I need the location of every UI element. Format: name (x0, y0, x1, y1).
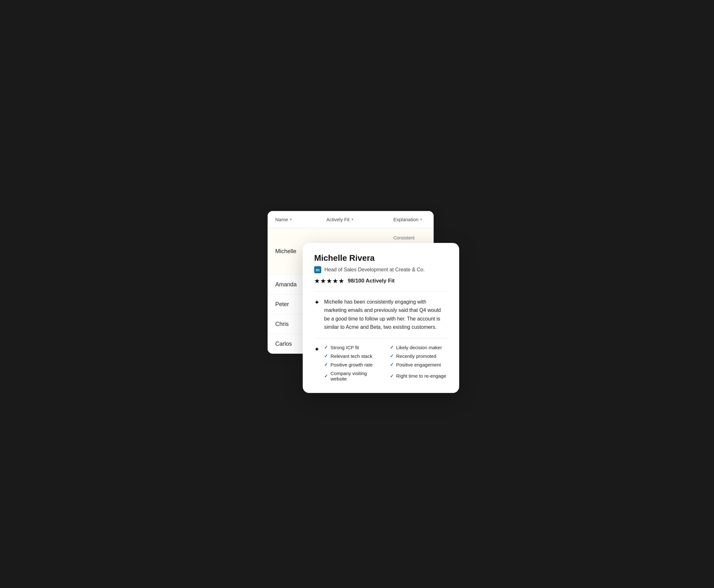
col-name-chevron: ▾ (290, 217, 292, 222)
benefit-label: Relevant tech stack (330, 353, 372, 359)
col-explanation-label: Explanation (393, 217, 418, 222)
col-explanation[interactable]: Explanation ▾ (393, 217, 426, 222)
check-icon: ✓ (324, 345, 328, 350)
divider-2 (314, 338, 448, 338)
benefit-item: ✓Recently promoted (390, 353, 448, 359)
check-icon: ✓ (390, 374, 394, 379)
detail-card: Michelle Rivera in Head of Sales Develop… (303, 243, 459, 393)
benefit-item: ✓Relevant tech stack (324, 353, 382, 359)
col-name[interactable]: Name ▾ (275, 217, 326, 222)
col-fit-chevron: ▾ (351, 217, 353, 222)
benefit-label: Positive engagement (396, 362, 441, 368)
table-header: Name ▾ Actively Fit ▾ Explanation ▾ (268, 211, 434, 228)
benefit-item: ✓Likely decision maker (390, 345, 448, 350)
check-icon: ✓ (324, 362, 328, 367)
benefit-item: ✓Positive engagement (390, 362, 448, 368)
ai-summary-section: ✦ Michelle has been consistently engagin… (314, 298, 448, 332)
benefit-item: ✓Positive growth rate (324, 362, 382, 368)
detail-score-text: 98/100 Actively Fit (348, 278, 395, 284)
ai-summary-text: Michelle has been consistently engaging … (324, 298, 448, 332)
benefit-item: ✓Company visiting website (324, 371, 382, 381)
benefit-label: Company visiting website (330, 371, 382, 381)
check-icon: ✓ (390, 353, 394, 358)
benefits-section: ✦ ✓Strong ICP fit✓Likely decision maker✓… (314, 345, 448, 381)
check-icon: ✓ (324, 353, 328, 358)
detail-job-title: Head of Sales Development at Create & Co… (324, 267, 425, 273)
benefit-label: Recently promoted (396, 353, 436, 359)
benefit-item: ✓Right time to re-engage (390, 371, 448, 381)
check-icon: ✓ (390, 362, 394, 367)
benefit-item: ✓Strong ICP fit (324, 345, 382, 350)
linkedin-icon[interactable]: in (314, 266, 321, 273)
detail-person-name: Michelle Rivera (314, 253, 448, 263)
detail-score-row: ★★★★★ 98/100 Actively Fit (314, 277, 448, 285)
col-fit[interactable]: Actively Fit ▾ (326, 217, 393, 222)
check-icon: ✓ (390, 345, 394, 350)
sparkle-icon-1: ✦ (314, 298, 320, 306)
sparkle-icon-2: ✦ (314, 345, 320, 353)
benefit-label: Positive growth rate (330, 362, 373, 368)
col-explanation-chevron: ▾ (420, 217, 422, 222)
benefits-grid: ✓Strong ICP fit✓Likely decision maker✓Re… (324, 345, 448, 381)
benefit-label: Strong ICP fit (330, 345, 359, 350)
check-icon: ✓ (324, 374, 328, 379)
detail-stars: ★★★★★ (314, 277, 345, 285)
benefit-label: Likely decision maker (396, 345, 442, 350)
detail-title-row: in Head of Sales Development at Create &… (314, 266, 448, 273)
col-name-label: Name (275, 217, 288, 222)
benefit-label: Right time to re-engage (396, 373, 446, 379)
col-fit-label: Actively Fit (326, 217, 350, 222)
